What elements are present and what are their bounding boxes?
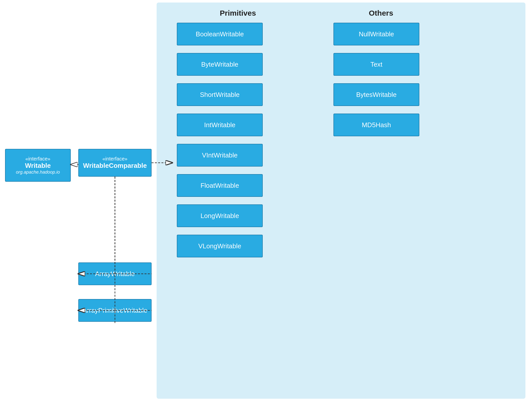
bytes-writable-box: BytesWritable — [333, 83, 419, 106]
vint-writable-box: VIntWritable — [177, 144, 263, 167]
md5-hash-box: MD5Hash — [333, 114, 419, 136]
byte-writable-box: ByteWritable — [177, 53, 263, 76]
null-writable-box: NullWritable — [333, 23, 419, 45]
writable-comparable-interface-box: «interface» WritableComparable — [78, 149, 152, 177]
array-writable-box: ArrayWritable — [78, 262, 152, 285]
text-box: Text — [333, 53, 419, 76]
writable-interface-box: «interface» Writable org.apache.hadoop.i… — [5, 149, 71, 182]
vlong-writable-box: VLongWritable — [177, 235, 263, 257]
short-writable-box: ShortWritable — [177, 83, 263, 106]
others-header: Others — [369, 9, 393, 17]
float-writable-box: FloatWritable — [177, 174, 263, 197]
primitives-header: Primitives — [220, 9, 256, 17]
array-primitive-writable-box: ArrayPrimitiveWritable — [78, 299, 152, 322]
long-writable-box: LongWritable — [177, 204, 263, 227]
diagram-container: Primitives Others BooleanWritable ByteWr… — [0, 0, 532, 403]
int-writable-box: IntWritable — [177, 114, 263, 136]
right-panel: Primitives Others BooleanWritable ByteWr… — [157, 3, 525, 399]
boolean-writable-box: BooleanWritable — [177, 23, 263, 45]
